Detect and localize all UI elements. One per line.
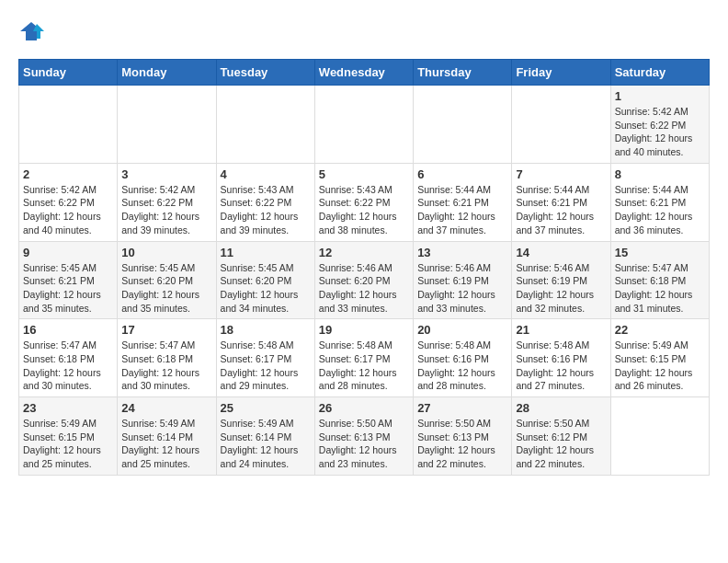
- calendar-cell: 15Sunrise: 5:47 AM Sunset: 6:18 PM Dayli…: [610, 241, 709, 319]
- calendar-cell: 3Sunrise: 5:42 AM Sunset: 6:22 PM Daylig…: [118, 163, 216, 241]
- day-number: 5: [319, 167, 409, 181]
- calendar-cell: 4Sunrise: 5:43 AM Sunset: 6:22 PM Daylig…: [216, 163, 314, 241]
- header-row: SundayMondayTuesdayWednesdayThursdayFrid…: [19, 60, 710, 86]
- day-number: 11: [221, 246, 311, 259]
- calendar-table: SundayMondayTuesdayWednesdayThursdayFrid…: [18, 59, 710, 476]
- week-row-0: 1Sunrise: 5:42 AM Sunset: 6:22 PM Daylig…: [19, 86, 710, 164]
- header-day-tuesday: Tuesday: [216, 60, 314, 86]
- calendar-cell: 11Sunrise: 5:45 AM Sunset: 6:20 PM Dayli…: [216, 241, 314, 319]
- day-info: Sunrise: 5:50 AM Sunset: 6:13 PM Dayligh…: [319, 417, 409, 471]
- day-number: 13: [417, 246, 507, 259]
- day-number: 4: [221, 167, 311, 181]
- day-info: Sunrise: 5:43 AM Sunset: 6:22 PM Dayligh…: [221, 183, 311, 237]
- calendar-cell: 24Sunrise: 5:49 AM Sunset: 6:14 PM Dayli…: [118, 397, 216, 476]
- day-number: 25: [221, 401, 311, 415]
- day-number: 15: [615, 246, 705, 259]
- header-day-thursday: Thursday: [414, 60, 512, 86]
- day-info: Sunrise: 5:42 AM Sunset: 6:22 PM Dayligh…: [23, 183, 113, 237]
- calendar-cell: [118, 86, 216, 164]
- week-row-2: 9Sunrise: 5:45 AM Sunset: 6:21 PM Daylig…: [19, 241, 710, 319]
- calendar-cell: 1Sunrise: 5:42 AM Sunset: 6:22 PM Daylig…: [610, 86, 709, 164]
- logo-icon: [18, 18, 44, 44]
- header-day-sunday: Sunday: [19, 60, 118, 86]
- day-info: Sunrise: 5:49 AM Sunset: 6:14 PM Dayligh…: [221, 417, 311, 471]
- calendar-cell: 28Sunrise: 5:50 AM Sunset: 6:12 PM Dayli…: [512, 397, 610, 476]
- day-number: 10: [121, 246, 211, 259]
- header: [18, 18, 710, 44]
- day-number: 12: [319, 246, 409, 259]
- logo: [18, 18, 48, 44]
- day-info: Sunrise: 5:46 AM Sunset: 6:19 PM Dayligh…: [417, 261, 507, 316]
- day-info: Sunrise: 5:46 AM Sunset: 6:19 PM Dayligh…: [516, 261, 606, 316]
- calendar-cell: 25Sunrise: 5:49 AM Sunset: 6:14 PM Dayli…: [216, 397, 314, 476]
- day-number: 2: [23, 167, 113, 181]
- day-number: 28: [516, 401, 606, 415]
- day-info: Sunrise: 5:44 AM Sunset: 6:21 PM Dayligh…: [615, 183, 705, 237]
- calendar-cell: 2Sunrise: 5:42 AM Sunset: 6:22 PM Daylig…: [19, 163, 118, 241]
- calendar-cell: 26Sunrise: 5:50 AM Sunset: 6:13 PM Dayli…: [314, 397, 413, 476]
- day-info: Sunrise: 5:48 AM Sunset: 6:17 PM Dayligh…: [221, 339, 311, 393]
- day-info: Sunrise: 5:49 AM Sunset: 6:14 PM Dayligh…: [121, 417, 211, 471]
- day-number: 27: [417, 401, 507, 415]
- day-number: 26: [319, 401, 409, 415]
- day-number: 8: [615, 167, 705, 181]
- calendar-header: SundayMondayTuesdayWednesdayThursdayFrid…: [19, 60, 710, 86]
- calendar-cell: [610, 397, 709, 476]
- day-number: 14: [516, 246, 606, 259]
- day-number: 6: [417, 167, 507, 181]
- calendar-cell: 9Sunrise: 5:45 AM Sunset: 6:21 PM Daylig…: [19, 241, 118, 319]
- day-number: 24: [121, 401, 211, 415]
- calendar-cell: 10Sunrise: 5:45 AM Sunset: 6:20 PM Dayli…: [118, 241, 216, 319]
- calendar-cell: 23Sunrise: 5:49 AM Sunset: 6:15 PM Dayli…: [19, 397, 118, 476]
- day-number: 18: [221, 323, 311, 337]
- day-number: 9: [23, 246, 113, 259]
- calendar-cell: 13Sunrise: 5:46 AM Sunset: 6:19 PM Dayli…: [414, 241, 512, 319]
- week-row-4: 23Sunrise: 5:49 AM Sunset: 6:15 PM Dayli…: [19, 397, 710, 476]
- day-info: Sunrise: 5:49 AM Sunset: 6:15 PM Dayligh…: [615, 339, 705, 393]
- day-info: Sunrise: 5:50 AM Sunset: 6:12 PM Dayligh…: [516, 417, 606, 471]
- calendar-cell: [314, 86, 413, 164]
- calendar-cell: 5Sunrise: 5:43 AM Sunset: 6:22 PM Daylig…: [314, 163, 413, 241]
- day-number: 3: [121, 167, 211, 181]
- calendar-cell: 7Sunrise: 5:44 AM Sunset: 6:21 PM Daylig…: [512, 163, 610, 241]
- calendar-cell: [512, 86, 610, 164]
- calendar-cell: 27Sunrise: 5:50 AM Sunset: 6:13 PM Dayli…: [414, 397, 512, 476]
- day-info: Sunrise: 5:44 AM Sunset: 6:21 PM Dayligh…: [417, 183, 507, 237]
- day-number: 22: [615, 323, 705, 337]
- calendar-cell: [19, 86, 118, 164]
- calendar-cell: 19Sunrise: 5:48 AM Sunset: 6:17 PM Dayli…: [314, 319, 413, 397]
- calendar-cell: 20Sunrise: 5:48 AM Sunset: 6:16 PM Dayli…: [414, 319, 512, 397]
- day-info: Sunrise: 5:45 AM Sunset: 6:21 PM Dayligh…: [23, 261, 113, 316]
- header-day-wednesday: Wednesday: [314, 60, 413, 86]
- calendar-cell: 22Sunrise: 5:49 AM Sunset: 6:15 PM Dayli…: [610, 319, 709, 397]
- week-row-1: 2Sunrise: 5:42 AM Sunset: 6:22 PM Daylig…: [19, 163, 710, 241]
- day-number: 16: [23, 323, 113, 337]
- day-number: 19: [319, 323, 409, 337]
- day-info: Sunrise: 5:44 AM Sunset: 6:21 PM Dayligh…: [516, 183, 606, 237]
- calendar-cell: 16Sunrise: 5:47 AM Sunset: 6:18 PM Dayli…: [19, 319, 118, 397]
- header-day-saturday: Saturday: [610, 60, 709, 86]
- day-info: Sunrise: 5:45 AM Sunset: 6:20 PM Dayligh…: [221, 261, 311, 316]
- day-number: 7: [516, 167, 606, 181]
- header-day-monday: Monday: [118, 60, 216, 86]
- day-info: Sunrise: 5:43 AM Sunset: 6:22 PM Dayligh…: [319, 183, 409, 237]
- week-row-3: 16Sunrise: 5:47 AM Sunset: 6:18 PM Dayli…: [19, 319, 710, 397]
- day-info: Sunrise: 5:42 AM Sunset: 6:22 PM Dayligh…: [121, 183, 211, 237]
- day-info: Sunrise: 5:48 AM Sunset: 6:17 PM Dayligh…: [319, 339, 409, 393]
- calendar-cell: 6Sunrise: 5:44 AM Sunset: 6:21 PM Daylig…: [414, 163, 512, 241]
- day-info: Sunrise: 5:48 AM Sunset: 6:16 PM Dayligh…: [417, 339, 507, 393]
- calendar-body: 1Sunrise: 5:42 AM Sunset: 6:22 PM Daylig…: [19, 86, 710, 476]
- calendar-cell: [216, 86, 314, 164]
- day-info: Sunrise: 5:49 AM Sunset: 6:15 PM Dayligh…: [23, 417, 113, 471]
- calendar-cell: 14Sunrise: 5:46 AM Sunset: 6:19 PM Dayli…: [512, 241, 610, 319]
- day-info: Sunrise: 5:45 AM Sunset: 6:20 PM Dayligh…: [121, 261, 211, 316]
- day-number: 17: [121, 323, 211, 337]
- day-number: 1: [615, 89, 705, 103]
- day-info: Sunrise: 5:47 AM Sunset: 6:18 PM Dayligh…: [121, 339, 211, 393]
- calendar-cell: 21Sunrise: 5:48 AM Sunset: 6:16 PM Dayli…: [512, 319, 610, 397]
- day-number: 20: [417, 323, 507, 337]
- day-info: Sunrise: 5:46 AM Sunset: 6:20 PM Dayligh…: [319, 261, 409, 316]
- day-info: Sunrise: 5:47 AM Sunset: 6:18 PM Dayligh…: [615, 261, 705, 316]
- calendar-cell: 18Sunrise: 5:48 AM Sunset: 6:17 PM Dayli…: [216, 319, 314, 397]
- calendar-cell: [414, 86, 512, 164]
